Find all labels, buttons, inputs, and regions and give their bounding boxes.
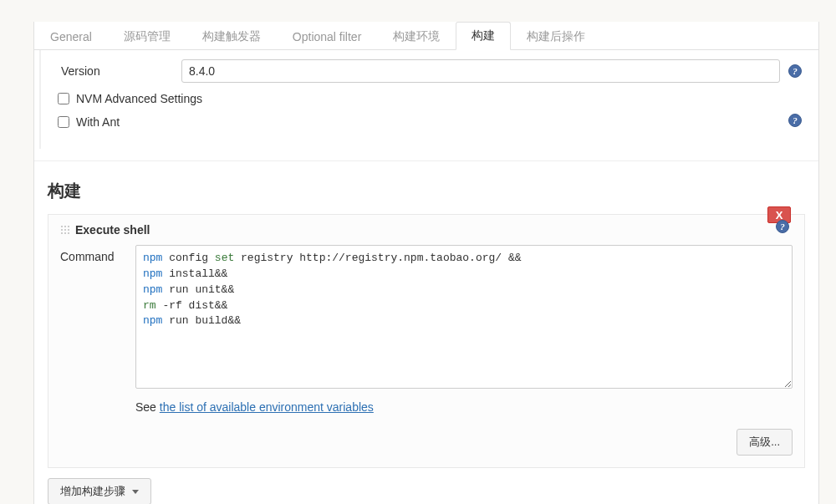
tab-content: Version ? NVM Advanced Settings With Ant… (39, 50, 818, 149)
env-vars-hint: See the list of available environment va… (60, 389, 793, 414)
caret-down-icon (132, 490, 139, 494)
add-build-step-button[interactable]: 增加构建步骤 (48, 478, 151, 504)
tab-general[interactable]: General (34, 22, 108, 50)
tab-optional-filter[interactable]: Optional filter (277, 22, 377, 50)
add-build-step-label: 增加构建步骤 (60, 484, 125, 499)
nvm-advanced-label: NVM Advanced Settings (76, 92, 202, 105)
with-ant-row: With Ant ? (54, 109, 805, 132)
nvm-advanced-row: NVM Advanced Settings (54, 85, 805, 109)
command-label: Command (60, 245, 135, 389)
step-body: Command npm config set registry http://r… (60, 245, 793, 389)
env-vars-link[interactable]: the list of available environment variab… (160, 400, 374, 414)
config-container: General 源码管理 构建触发器 Optional filter 构建环境 … (33, 22, 819, 504)
step-title: Execute shell (75, 223, 150, 237)
see-prefix: See (135, 400, 160, 414)
step-header: Execute shell (60, 223, 793, 245)
add-step-row: 增加构建步骤 (34, 478, 818, 504)
tab-post-build[interactable]: 构建后操作 (511, 22, 601, 50)
with-ant-label: With Ant (76, 115, 120, 129)
tab-scm[interactable]: 源码管理 (108, 22, 186, 50)
build-section-heading: 构建 (34, 160, 818, 214)
tab-build-env[interactable]: 构建环境 (377, 22, 456, 50)
drag-handle-icon[interactable] (60, 225, 70, 235)
tab-triggers[interactable]: 构建触发器 (186, 22, 277, 50)
with-ant-checkbox[interactable] (58, 116, 69, 128)
version-label: Version (54, 64, 181, 78)
help-icon[interactable]: ? (788, 114, 802, 127)
version-row: Version ? (54, 57, 805, 85)
tab-row: General 源码管理 构建触发器 Optional filter 构建环境 … (34, 22, 818, 50)
version-input[interactable] (181, 59, 780, 83)
tab-build[interactable]: 构建 (456, 22, 511, 50)
advanced-row: 高级... (60, 414, 793, 456)
advanced-button[interactable]: 高级... (737, 429, 793, 456)
command-textarea[interactable]: npm config set registry http://registry.… (135, 245, 793, 389)
page-root: General 源码管理 构建触发器 Optional filter 构建环境 … (0, 0, 836, 504)
help-icon[interactable]: ? (788, 64, 802, 78)
help-icon[interactable]: ? (776, 220, 789, 233)
nvm-advanced-checkbox[interactable] (58, 93, 69, 104)
execute-shell-step: X ? Execute shell Command npm config set… (48, 214, 805, 468)
